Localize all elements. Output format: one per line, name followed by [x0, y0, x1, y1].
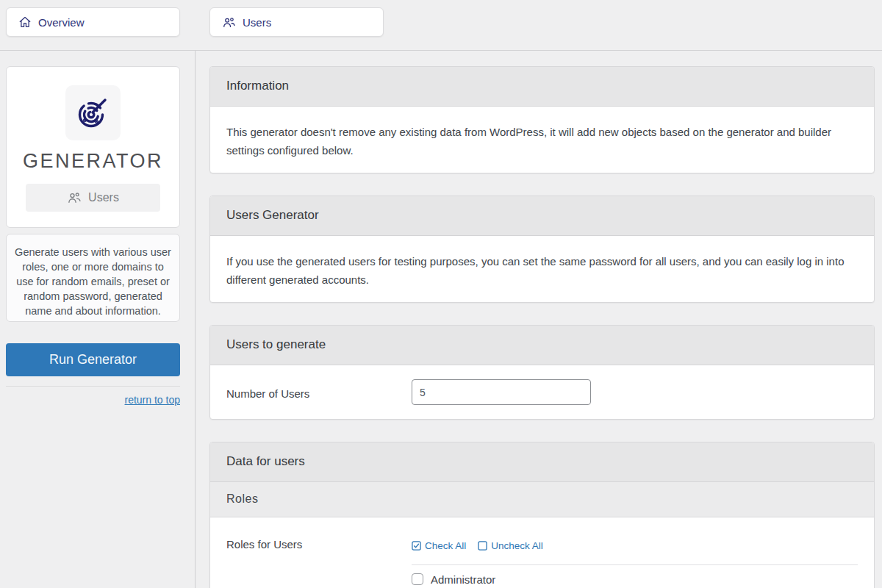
return-row: return to top	[6, 393, 180, 406]
roles-divider	[412, 564, 858, 565]
nav-overview-label: Overview	[38, 16, 85, 29]
number-of-users-label: Number of Users	[226, 379, 412, 403]
section-information-body: This generator doesn't remove any existi…	[210, 107, 874, 173]
empty-box-icon	[478, 541, 487, 551]
section-information-title: Information	[210, 67, 874, 107]
role-row-administrator: Administrator	[412, 573, 858, 586]
generator-page: Overview Users GENERATOR	[0, 0, 882, 588]
top-divider	[0, 50, 882, 51]
nav-users-button[interactable]: Users	[209, 7, 384, 37]
logo-tile	[65, 85, 121, 140]
section-users-to-generate-title: Users to generate	[210, 326, 874, 365]
section-data-for-users: Data for users Roles Roles for Users Che…	[209, 442, 875, 588]
checked-box-icon	[412, 541, 421, 551]
sidebar-users-button[interactable]: Users	[26, 184, 160, 212]
section-users-generator-title: Users Generator	[210, 196, 874, 236]
section-users-generator: Users Generator If you use the generated…	[209, 196, 875, 303]
roles-for-users-row: Roles for Users Check All	[226, 535, 858, 588]
uncheck-all-link[interactable]: Uncheck All	[478, 537, 543, 555]
return-to-top-link[interactable]: return to top	[125, 394, 181, 406]
section-users-generator-body: If you use the generated users for testi…	[210, 236, 874, 302]
sidebar-divider	[195, 51, 196, 588]
roles-for-users-label: Roles for Users	[226, 535, 412, 553]
users-icon	[222, 15, 236, 29]
users-icon	[67, 190, 82, 205]
main-content: Information This generator doesn't remov…	[209, 66, 875, 588]
brand-name: GENERATOR	[7, 150, 179, 173]
brand-card: GENERATOR Users	[6, 66, 180, 228]
number-of-users-row: Number of Users	[226, 379, 858, 405]
number-of-users-input[interactable]	[412, 379, 591, 405]
administrator-label: Administrator	[431, 570, 495, 588]
nav-users-label: Users	[243, 16, 271, 29]
subsection-roles-title: Roles	[210, 482, 874, 517]
section-data-for-users-title: Data for users	[210, 442, 874, 482]
generator-target-icon	[76, 96, 111, 131]
administrator-checkbox[interactable]	[412, 573, 423, 585]
section-information: Information This generator doesn't remov…	[209, 66, 875, 173]
section-users-to-generate: Users to generate Number of Users	[209, 325, 875, 420]
sidebar: GENERATOR Users Generate users with vari…	[6, 66, 180, 406]
nav-overview-button[interactable]: Overview	[6, 7, 180, 37]
home-icon	[18, 15, 32, 29]
generator-description: Generate users with various user roles, …	[6, 234, 180, 322]
check-links-row: Check All Uncheck All	[412, 535, 858, 555]
sidebar-rule	[6, 386, 180, 387]
check-all-link[interactable]: Check All	[412, 537, 466, 555]
run-generator-button[interactable]: Run Generator	[6, 343, 180, 376]
sidebar-users-button-label: Users	[88, 191, 119, 204]
